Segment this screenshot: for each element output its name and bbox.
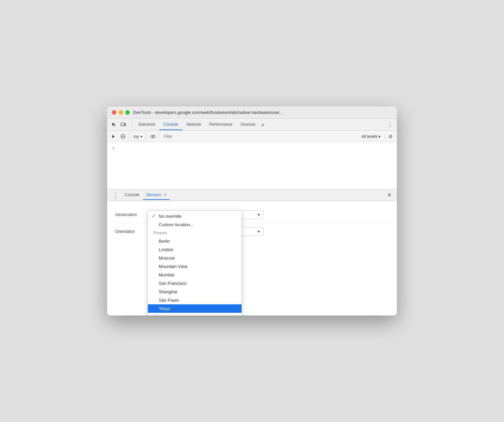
maximize-button[interactable] xyxy=(125,110,130,115)
orientation-label: Orientation xyxy=(115,229,149,234)
title-bar: DevTools - developers.google.com/web/fun… xyxy=(107,107,397,119)
settings-icon[interactable]: ⚙ xyxy=(387,133,394,140)
context-selector[interactable]: top ▾ xyxy=(131,133,145,140)
close-button[interactable] xyxy=(112,110,116,115)
dd-item-custom-location[interactable]: Custom location... xyxy=(148,220,242,229)
dd-item-shanghai[interactable]: Shanghai xyxy=(148,288,242,296)
tab-performance[interactable]: Performance xyxy=(205,119,237,130)
devtools-menu-button[interactable]: ⋮ xyxy=(386,121,394,129)
dd-item-berlin[interactable]: Berlin xyxy=(148,237,242,245)
levels-label: All levels xyxy=(361,134,377,139)
bottom-tab-console[interactable]: Console xyxy=(121,190,143,200)
svg-rect-0 xyxy=(121,123,124,126)
devtools-window: DevTools - developers.google.com/web/fun… xyxy=(107,107,397,315)
console-toolbar: top ▾ All levels ▾ ⚙ xyxy=(107,131,397,142)
filter-input[interactable] xyxy=(161,134,357,139)
close-sensors-tab-button[interactable]: ✕ xyxy=(163,193,166,197)
more-tabs-button[interactable]: » xyxy=(259,120,266,129)
dd-item-london[interactable]: London xyxy=(148,245,242,254)
svg-point-6 xyxy=(152,136,154,137)
tab-network[interactable]: Network xyxy=(182,119,205,130)
geolocation-dropdown: No override Custom location... Presets B… xyxy=(148,210,242,315)
bottom-tabs-bar: ⋮ Console Sensors ✕ ✕ xyxy=(107,189,397,201)
window-title: DevTools - developers.google.com/web/fun… xyxy=(133,110,392,115)
console-prompt[interactable]: › xyxy=(112,146,392,151)
inspect-icon[interactable] xyxy=(110,121,118,129)
dd-item-moscow[interactable]: Moscow xyxy=(148,254,242,262)
geolocation-row: Geolocation No override ▾ No override Cu… xyxy=(107,206,397,223)
geolocation-label: Geolocation xyxy=(115,212,149,217)
dd-item-tokyo[interactable]: Tokyo xyxy=(148,304,242,313)
dd-item-sao-paulo[interactable]: São Paulo xyxy=(148,296,242,304)
orientation-chevron-icon: ▾ xyxy=(258,229,260,234)
minimize-button[interactable] xyxy=(119,110,123,115)
svg-rect-1 xyxy=(125,124,126,126)
clear-console-icon[interactable] xyxy=(119,133,127,140)
dd-item-san-francisco[interactable]: San Francisco xyxy=(148,279,242,288)
dd-item-mountain-view[interactable]: Mountain View xyxy=(148,262,242,271)
tab-elements[interactable]: Elements xyxy=(134,119,159,130)
dd-group-error: Error xyxy=(148,313,242,315)
svg-marker-2 xyxy=(112,135,115,138)
levels-dropdown[interactable]: All levels ▾ xyxy=(359,133,382,140)
chevron-down-icon: ▾ xyxy=(140,134,143,139)
tabs-bar: Elements Console Network Performance Sou… xyxy=(107,119,397,131)
context-value: top xyxy=(133,134,139,139)
dd-item-mumbai[interactable]: Mumbai xyxy=(148,271,242,279)
tab-separator xyxy=(131,121,132,128)
device-toggle-icon[interactable] xyxy=(119,121,127,129)
sensors-panel: Geolocation No override ▾ No override Cu… xyxy=(107,201,397,315)
eye-icon[interactable] xyxy=(149,133,157,140)
toolbar-separator-1 xyxy=(129,133,129,140)
close-bottom-panel-button[interactable]: ✕ xyxy=(384,192,394,198)
toolbar-separator-3 xyxy=(159,133,159,140)
bottom-tab-sensors[interactable]: Sensors ✕ xyxy=(143,190,170,200)
console-area: › xyxy=(107,142,397,189)
dd-item-no-override[interactable]: No override xyxy=(148,212,242,220)
geo-chevron-icon: ▾ xyxy=(258,212,260,217)
toolbar-separator-4 xyxy=(384,133,385,140)
traffic-lights xyxy=(112,110,130,115)
toolbar-separator-2 xyxy=(147,133,147,140)
bottom-panel: ⋮ Console Sensors ✕ ✕ Geolocation No ove… xyxy=(107,189,397,315)
tab-sources[interactable]: Sources xyxy=(237,119,259,130)
bottom-panel-menu-button[interactable]: ⋮ xyxy=(110,191,121,199)
levels-chevron-icon: ▾ xyxy=(378,134,380,139)
tab-console[interactable]: Console xyxy=(159,119,182,130)
dd-group-presets: Presets xyxy=(148,229,242,237)
run-script-icon[interactable] xyxy=(110,133,117,140)
